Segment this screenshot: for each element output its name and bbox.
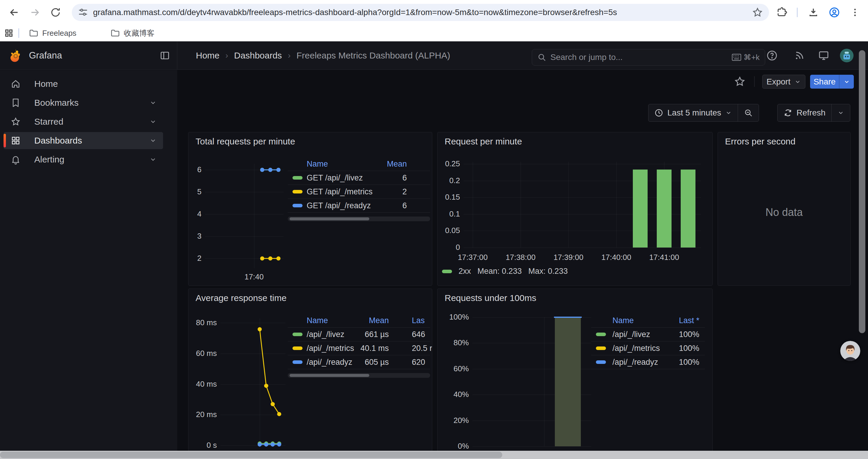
legend-series-name[interactable]: /api/_/metrics (307, 344, 354, 353)
refresh-button[interactable]: Refresh (778, 104, 831, 121)
panel-title[interactable]: Request per minute (445, 136, 522, 146)
vertical-scrollbar[interactable] (859, 50, 865, 333)
sidebar-nav: HomeBookmarksStarredDashboardsAlerting (0, 70, 177, 459)
legend-divider (288, 212, 430, 213)
gridline (220, 446, 285, 446)
time-range-picker[interactable]: Last 5 minutes (649, 104, 738, 121)
sidebar-item-alerting[interactable]: Alerting (4, 151, 163, 168)
panel-requests-under-100ms[interactable]: Requests under 100ms 100%80%60%40%20%0%1… (437, 289, 713, 459)
star-dashboard-icon[interactable] (733, 74, 747, 89)
x-axis-label: 17:40 (242, 272, 266, 282)
legend-divider (591, 369, 705, 369)
share-dropdown-button[interactable] (839, 75, 854, 89)
panel-average-response-time[interactable]: Average response time 80 ms60 ms40 ms20 … (188, 289, 432, 459)
chevron-down-icon[interactable] (150, 156, 157, 163)
news-rss-icon[interactable] (793, 48, 807, 63)
site-settings-icon[interactable] (78, 7, 88, 18)
refresh-controls: Refresh (777, 104, 850, 122)
legend-divider (288, 369, 430, 369)
y-axis-label: 0.25 (440, 159, 460, 168)
breadcrumb-item[interactable]: Dashboards (234, 51, 282, 61)
panel-errors-per-second[interactable]: Errors per second No data (718, 132, 850, 286)
forward-button[interactable] (27, 4, 43, 21)
y-axis-label: 6 (191, 165, 202, 174)
export-button[interactable]: Export (762, 75, 805, 89)
share-button[interactable]: Share (810, 75, 854, 89)
bookmark-folder[interactable]: Freeleaps (25, 27, 81, 39)
x-axis-label: 17:40:00 (596, 253, 637, 262)
profile-icon[interactable] (826, 4, 843, 21)
legend-column-header[interactable]: Last * (679, 316, 699, 325)
y-axis-label: 0% (440, 441, 469, 451)
legend-series-name[interactable]: GET /api/_/livez (307, 173, 363, 183)
bookmark-folder[interactable]: 收藏博客 (107, 27, 159, 39)
x-axis-label: 17:38:00 (500, 253, 541, 262)
legend-column-header[interactable]: Name (307, 316, 328, 325)
legend-column-header[interactable]: Las (412, 316, 425, 325)
extensions-icon[interactable] (774, 4, 790, 21)
legend-column-header[interactable]: Mean (369, 316, 389, 325)
chevron-down-icon[interactable] (150, 137, 157, 144)
chevron-down-icon[interactable] (150, 99, 157, 106)
clock-icon (654, 108, 663, 117)
sidebar-item-home[interactable]: Home (4, 75, 163, 93)
refresh-interval-dropdown[interactable] (831, 104, 850, 121)
bookmark-label: Freeleaps (42, 29, 76, 38)
panel-title[interactable]: Total requests per minute (195, 136, 295, 146)
display-icon[interactable] (816, 48, 831, 63)
sidebar-item-starred[interactable]: Starred (4, 113, 163, 130)
panel-title[interactable]: Requests under 100ms (445, 293, 536, 303)
legend-series-name[interactable]: /api/_/livez (613, 330, 650, 339)
zoom-out-icon (744, 108, 753, 117)
chevron-down-icon[interactable] (150, 118, 157, 125)
star-icon (11, 117, 23, 127)
downloads-icon[interactable] (805, 4, 822, 21)
horizontal-scrollbar[interactable] (0, 451, 868, 459)
legend-series-name[interactable]: /api/_/metrics (613, 344, 660, 353)
legend-column-header[interactable]: Name (307, 160, 328, 169)
legend-series-name[interactable]: /api/_/livez (307, 330, 344, 339)
chart-legend[interactable]: 2xxMean: 0.233Max: 0.233 (442, 267, 568, 276)
panel-title[interactable]: Errors per second (725, 136, 795, 146)
legend-value: 100% (679, 330, 699, 339)
panel-request-per-minute[interactable]: Request per minute 0.250.20.150.10.05017… (437, 132, 713, 286)
brand-box: Grafana (0, 41, 177, 70)
bookmark-star-icon[interactable] (752, 7, 763, 18)
url-text[interactable]: grafana.mathmast.com/d/deytv4rwavabkb/fr… (93, 8, 752, 17)
gridline (472, 446, 591, 447)
panel-title[interactable]: Average response time (195, 293, 286, 303)
assistant-avatar-widget[interactable] (840, 341, 860, 361)
y-axis-label: 100% (440, 313, 469, 322)
zoom-out-button[interactable] (738, 104, 759, 121)
url-bar[interactable]: grafana.mathmast.com/d/deytv4rwavabkb/fr… (72, 4, 769, 21)
legend-series-name[interactable]: /api/_/readyz (613, 358, 658, 367)
breadcrumb-separator: › (225, 51, 228, 60)
sidebar-item-bookmarks[interactable]: Bookmarks (4, 94, 163, 111)
legend-value: 661 µs (365, 330, 389, 339)
search-input[interactable]: Search or jump to... ⌘+k (532, 49, 765, 66)
sidebar-item-label: Dashboards (34, 136, 150, 145)
legend-series-name[interactable]: 2xx (459, 267, 471, 276)
legend-scrollbar-thumb[interactable] (289, 218, 369, 220)
gridline (254, 164, 254, 268)
breadcrumb-item[interactable]: Home (196, 51, 219, 61)
legend-series-name[interactable]: GET /api/_/metrics (307, 187, 373, 196)
back-button[interactable] (6, 4, 23, 21)
panel-total-requests[interactable]: Total requests per minute 6543217:40Name… (188, 132, 432, 286)
grafana-logo (8, 48, 23, 63)
sidebar-item-dashboards[interactable]: Dashboards (4, 132, 163, 149)
help-icon[interactable] (765, 48, 779, 63)
dock-menu-icon[interactable] (159, 50, 170, 61)
y-axis-label: 0.1 (440, 209, 460, 219)
apps-grid-icon[interactable] (2, 27, 16, 40)
legend-column-header[interactable]: Name (613, 316, 634, 325)
reload-button[interactable] (47, 4, 64, 21)
legend-column-header[interactable]: Mean (387, 160, 407, 169)
scrollbar-thumb[interactable] (0, 452, 502, 458)
legend-series-name[interactable]: /api/_/readyz (307, 358, 352, 367)
legend-scrollbar-thumb[interactable] (289, 374, 369, 377)
legend-series-name[interactable]: GET /api/_/readyz (307, 201, 371, 210)
menu-icon[interactable] (847, 4, 863, 21)
bookmark-icon (11, 98, 23, 108)
user-avatar[interactable] (840, 48, 854, 63)
